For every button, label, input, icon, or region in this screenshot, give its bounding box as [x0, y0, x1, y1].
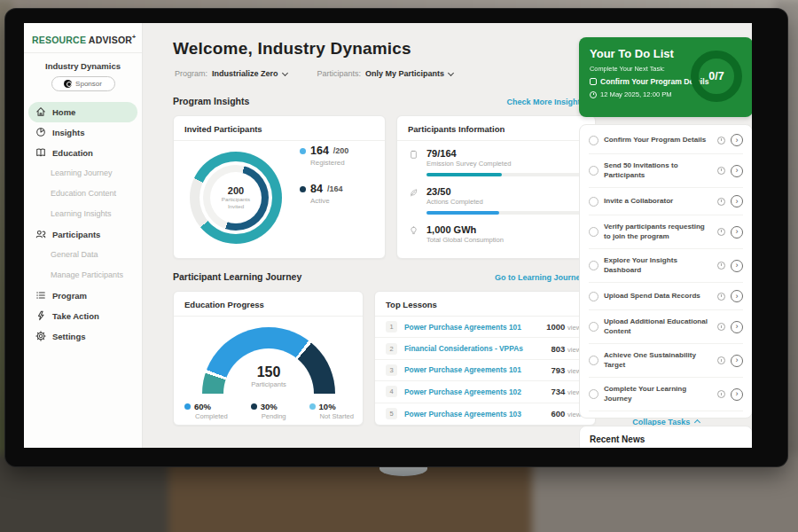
clock-icon [717, 323, 725, 331]
gauge-legend: 60% Completed 30% Pending 10% Not Starte… [184, 402, 354, 420]
task-open-button[interactable]: › [731, 134, 743, 146]
task-open-button[interactable]: › [731, 355, 743, 367]
lesson-link[interactable]: Financial Considerations - VPPAs [404, 344, 552, 353]
chevron-down-icon [448, 69, 454, 75]
participants-information-card: Participants Information 79/164 Emission… [396, 115, 596, 259]
filters-row: Program: Industrialize Zero Participants… [175, 69, 453, 78]
lesson-link[interactable]: Power Purchase Agreements 102 [404, 387, 552, 396]
task-checkbox[interactable] [589, 389, 598, 399]
participants-information-title: Participants Information [397, 116, 595, 141]
dashboard-screen: RESOURCE ADVISOR+ Industry Dynamics Spon… [24, 23, 752, 448]
task-checkbox[interactable] [589, 227, 598, 237]
lesson-link[interactable]: Power Purchase Agreements 101 [404, 323, 546, 332]
education-gauge-chart: 150 Participants [202, 327, 335, 395]
task-open-button[interactable]: › [731, 165, 743, 177]
clock-icon [717, 356, 725, 364]
task-row: Send 50 Invitations to Participants › [589, 154, 743, 188]
todo-progress-ring: 0/7 [691, 51, 742, 102]
clock-icon [717, 167, 725, 175]
invited-participants-title: Invited Participants [174, 116, 385, 141]
task-row: Upload Additional Educational Content › [589, 310, 743, 344]
logo-resource: RESOURCE [32, 35, 86, 45]
task-open-button[interactable]: › [731, 321, 743, 333]
participants-filter[interactable]: Participants: Only My Participants [317, 69, 454, 78]
donut-center-value: 200 [228, 185, 244, 196]
legend-dot [184, 403, 191, 410]
lesson-link[interactable]: Power Purchase Agreements 103 [404, 410, 552, 419]
monitor-bezel: RESOURCE ADVISOR+ Industry Dynamics Spon… [5, 9, 787, 466]
task-row: Upload Spend Data Records › [589, 283, 743, 310]
sponsor-badge[interactable]: Sponsor [51, 76, 115, 91]
task-open-button[interactable]: › [731, 226, 743, 239]
legend-dot [309, 403, 316, 410]
donut-legend: 164/200 Registered 84/164 Active [300, 145, 348, 221]
sidebar-item-education-content[interactable]: Education Content [28, 184, 137, 204]
lesson-row: 1 Power Purchase Agreements 101 1000 vie… [375, 317, 595, 338]
task-checkbox[interactable] [589, 356, 598, 365]
clock-icon [717, 262, 725, 270]
sidebar-item-settings[interactable]: Settings [28, 326, 137, 347]
task-open-button[interactable]: › [731, 195, 743, 207]
task-checkbox[interactable] [589, 166, 598, 176]
task-row: Invite a Collaborator › [589, 188, 743, 215]
task-checkbox[interactable] [589, 261, 598, 270]
clock-icon [717, 228, 725, 236]
sidebar-item-home[interactable]: Home [28, 102, 137, 122]
lesson-row: 2 Financial Considerations - VPPAs 803 v… [375, 338, 595, 359]
sidebar-item-learning-insights[interactable]: Learning Insights [28, 204, 137, 224]
sidebar-item-education[interactable]: Education [28, 143, 137, 163]
learning-journey-title: Participant Learning Journey [173, 271, 301, 282]
survey-icon [408, 148, 419, 159]
legend-pending: 30% Pending [251, 402, 286, 420]
lesson-rank: 5 [386, 408, 397, 419]
task-row: Verify participants requesting to join t… [589, 215, 743, 249]
task-open-button[interactable]: › [731, 260, 743, 272]
clock-icon [717, 137, 725, 145]
education-progress-card: Education Progress 150 Participants 60% … [173, 291, 364, 426]
todo-summary-card: Your To Do List Complete Your Next Task:… [579, 37, 752, 117]
task-checkbox[interactable] [589, 322, 598, 332]
todo-task-list: Confirm Your Program Details › Send 50 I… [579, 124, 752, 419]
learning-journey-header: Participant Learning Journey Go to Learn… [173, 271, 596, 282]
task-open-button[interactable]: › [731, 290, 743, 302]
lesson-row: 3 Power Purchase Agreements 101 793 view… [375, 360, 595, 381]
program-list-icon [35, 290, 46, 301]
education-progress-title: Education Progress [174, 292, 363, 317]
sponsor-badge-label: Sponsor [75, 80, 102, 88]
task-checkbox[interactable] [589, 292, 598, 301]
stat-emission-survey: 79/164 Emission Survey Completed [408, 148, 586, 176]
stat-actions: 23/50 Actions Completed [408, 186, 586, 215]
recent-news-title: Recent News [590, 434, 742, 444]
task-row: Confirm Your Program Details › [589, 127, 743, 154]
legend-registered: 164/200 Registered [300, 145, 348, 167]
org-name: Industry Dynamics [24, 61, 142, 71]
lesson-link[interactable]: Power Purchase Agreements 101 [404, 365, 552, 374]
sidebar-item-manage-participants[interactable]: Manage Participants [28, 265, 137, 286]
todo-progress-value: 0/7 [708, 70, 724, 82]
sidebar-item-program[interactable]: Program [28, 286, 137, 306]
actions-leaf-icon [408, 186, 419, 197]
clock-icon [717, 390, 725, 398]
task-checkbox[interactable] [589, 136, 598, 145]
sidebar-item-take-action[interactable]: Take Action [28, 306, 137, 326]
task-open-button[interactable]: › [731, 388, 743, 401]
sidebar-item-learning-journey[interactable]: Learning Journey [28, 163, 137, 184]
lesson-rank: 2 [386, 343, 397, 355]
logo-advisor: ADVISOR [89, 35, 132, 45]
chevron-down-icon [281, 69, 287, 75]
invited-participants-card: Invited Participants 200 Participants In… [173, 115, 386, 259]
sidebar-item-general-data[interactable]: General Data [28, 245, 137, 265]
legend-dot [300, 186, 306, 192]
task-row: Complete Your Learning Journey › [589, 378, 743, 411]
legend-not-started: 10% Not Started [309, 402, 354, 420]
program-filter[interactable]: Program: Industrialize Zero [175, 69, 287, 78]
sidebar-item-participants[interactable]: Participants [28, 224, 137, 245]
legend-completed: 60% Completed [184, 402, 228, 420]
task-checkbox[interactable] [589, 197, 598, 207]
lesson-rank: 4 [386, 386, 397, 397]
donut-inner-ring: 200 Participants Invited [203, 165, 269, 231]
clock-icon [717, 293, 725, 301]
task-row: Achieve One Sustainability Target › [589, 344, 743, 378]
take-action-icon [35, 310, 46, 321]
sidebar-item-insights[interactable]: Insights [28, 122, 137, 143]
